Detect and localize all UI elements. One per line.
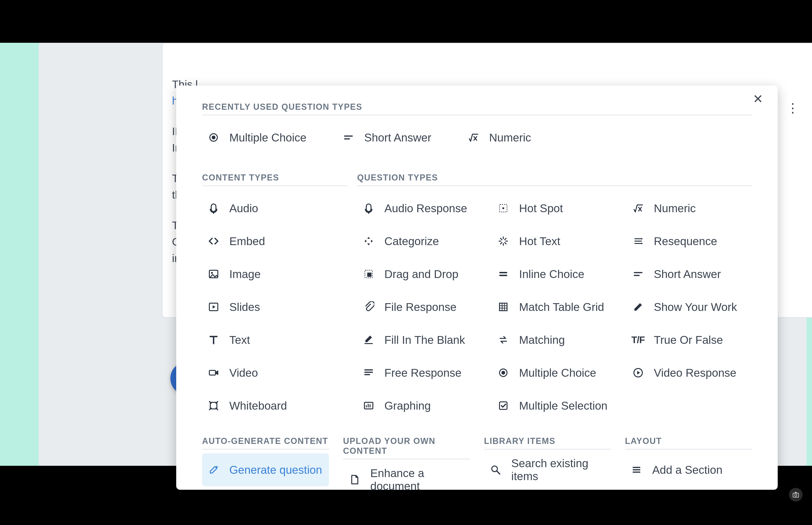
content-type-label: Video (229, 366, 258, 379)
image-icon (207, 267, 220, 281)
video-cam-icon (207, 366, 220, 379)
content-type-embed[interactable]: Embed (202, 225, 348, 258)
question-type-hot-spot[interactable]: Hot Spot (492, 192, 617, 225)
question-type-match-table-grid[interactable]: Match Table Grid (492, 290, 617, 324)
library-item-search-existing[interactable]: Search existing items (484, 453, 611, 486)
recent-item-short-answer[interactable]: Short Answer (337, 121, 436, 154)
question-type-label: Graphing (384, 399, 431, 412)
whiteboard-icon (207, 399, 220, 412)
recent-item-multiple-choice[interactable]: Multiple Choice (202, 121, 311, 154)
question-type-label: Multiple Choice (519, 366, 596, 379)
question-type-hot-text[interactable]: Hot Text (492, 225, 617, 258)
question-type-multiple-choice-q[interactable]: Multiple Choice (492, 356, 617, 389)
content-types-header: CONTENT TYPES (202, 173, 348, 186)
burst-icon (496, 234, 510, 248)
question-type-matching[interactable]: Matching (492, 324, 617, 356)
pencil-sparkle-icon (207, 463, 220, 477)
pencil-line-icon (362, 333, 376, 347)
resequence-icon (631, 234, 645, 248)
autogen-item-generate-question[interactable]: Generate question (202, 453, 329, 486)
question-type-label: Numeric (654, 202, 696, 215)
content-type-label: Embed (229, 235, 265, 248)
question-type-label: Audio Response (384, 202, 467, 215)
radio-checked-icon (496, 366, 510, 379)
content-type-label: Slides (229, 301, 260, 314)
screenshot-capture-button[interactable] (789, 488, 802, 501)
svg-point-16 (795, 494, 797, 496)
pencil-icon (631, 300, 645, 314)
code-icon (207, 234, 220, 248)
content-type-video[interactable]: Video (202, 356, 348, 389)
modal-close-button[interactable] (752, 93, 764, 104)
search-icon (489, 463, 502, 477)
question-type-file-response[interactable]: File Response (357, 290, 482, 324)
recent-header: RECENTLY USED QUESTION TYPES (202, 102, 752, 115)
radical-x-icon (631, 201, 645, 215)
question-type-label: Video Response (654, 366, 736, 379)
paperclip-icon (362, 300, 376, 314)
two-lines-icon (496, 267, 510, 281)
question-type-short-answer-q[interactable]: Short Answer (627, 258, 752, 290)
swap-icon (496, 333, 510, 347)
library-header: LIBRARY ITEMS (484, 436, 611, 450)
content-type-label: Image (229, 268, 261, 281)
content-type-slides[interactable]: Slides (202, 290, 348, 324)
play-square-icon (207, 300, 220, 314)
content-type-audio[interactable]: Audio (202, 192, 348, 225)
question-type-label: Match Table Grid (519, 301, 604, 314)
question-type-graphing[interactable]: Graphing (357, 389, 482, 422)
camera-icon (792, 491, 799, 498)
app-viewport: Te This l https IM Al Intern The li the … (0, 43, 812, 466)
autogen-item-label: Generate question (229, 463, 322, 476)
upload-item-label: Enhance a document (370, 467, 465, 493)
question-type-label: Hot Text (519, 235, 560, 248)
question-type-label: Short Answer (654, 268, 721, 281)
question-type-numeric-q[interactable]: Numeric (627, 192, 752, 225)
question-type-label: True Or False (654, 333, 723, 346)
more-menu-button[interactable]: ⋮ (786, 101, 799, 115)
layout-item-add-section[interactable]: Add a Section (625, 453, 752, 486)
grid-icon (496, 300, 510, 314)
question-type-video-response[interactable]: Video Response (627, 356, 752, 389)
question-type-audio-response[interactable]: Audio Response (357, 192, 482, 225)
play-circle-icon (631, 366, 645, 379)
content-type-whiteboard[interactable]: Whiteboard (202, 389, 348, 422)
question-type-multiple-selection[interactable]: Multiple Selection (492, 389, 617, 422)
upload-header: UPLOAD YOUR OWN CONTENT (343, 436, 470, 460)
question-type-inline-choice[interactable]: Inline Choice (492, 258, 617, 290)
question-type-label: Resequence (654, 235, 717, 248)
recent-item-numeric[interactable]: Numeric (462, 121, 536, 154)
list-icon (630, 463, 643, 477)
short-answer-icon (631, 267, 645, 281)
tf-icon: T/F (631, 333, 645, 347)
content-type-label: Text (229, 333, 250, 346)
question-type-drag-and-drop[interactable]: Drag and Drop (357, 258, 482, 290)
close-icon (752, 93, 764, 104)
question-type-label: Inline Choice (519, 268, 584, 281)
svg-rect-15 (793, 493, 799, 497)
radio-checked-icon (207, 131, 220, 144)
question-type-resequence[interactable]: Resequence (627, 225, 752, 258)
layout-item-label: Add a Section (652, 463, 722, 476)
question-type-categorize[interactable]: Categorize (357, 225, 482, 258)
question-type-label: Fill In The Blank (384, 333, 465, 346)
radical-x-icon (466, 131, 480, 144)
question-type-label: Free Response (384, 366, 461, 379)
mic-icon (207, 201, 220, 215)
question-type-label: Matching (519, 333, 565, 346)
question-type-label: Show Your Work (654, 301, 737, 314)
paragraph-lines-icon (362, 366, 376, 379)
hotspot-icon (496, 201, 510, 215)
content-type-label: Whiteboard (229, 399, 287, 412)
mic-icon (362, 201, 376, 215)
question-type-free-response[interactable]: Free Response (357, 356, 482, 389)
question-type-label: File Response (384, 301, 457, 314)
question-type-true-or-false[interactable]: T/FTrue Or False (627, 324, 752, 356)
question-type-show-your-work[interactable]: Show Your Work (627, 290, 752, 324)
question-type-fill-in-the-blank[interactable]: Fill In The Blank (357, 324, 482, 356)
short-answer-icon (342, 131, 355, 144)
content-type-text[interactable]: Text (202, 324, 348, 356)
upload-item-enhance-document[interactable]: Enhance a document (343, 463, 470, 496)
content-type-image[interactable]: Image (202, 258, 348, 290)
content-type-label: Audio (229, 202, 258, 215)
